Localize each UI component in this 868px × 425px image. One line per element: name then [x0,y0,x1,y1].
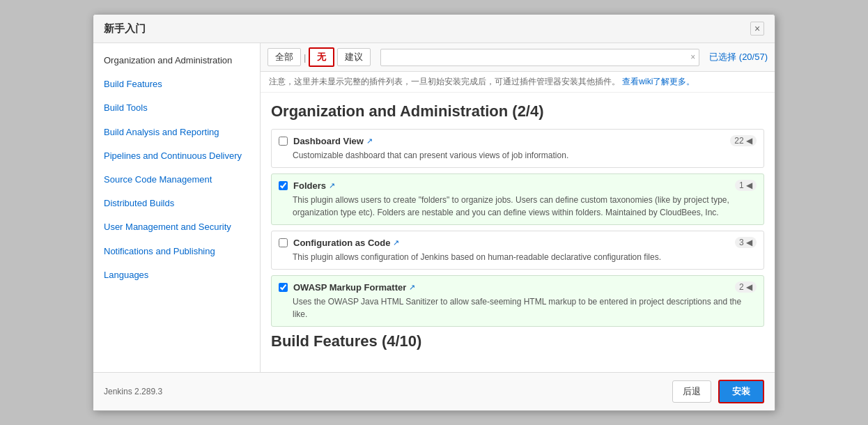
footer-version: Jenkins 2.289.3 [104,387,162,396]
plugin-checkbox-dashboard-view[interactable] [279,137,288,146]
sidebar-item-build-features[interactable]: Build Features [93,72,260,96]
footer-buttons: 后退 安装 [672,380,764,403]
plugin-name-row-owasp-formatter: OWASP Markup Formatter↗ [279,282,415,293]
plugin-item-dashboard-view: Dashboard View↗22 ◀Customizable dashboar… [271,129,764,168]
sidebar-item-build-analysis[interactable]: Build Analysis and Reporting [93,121,260,144]
dialog-footer: Jenkins 2.289.3 后退 安装 [93,372,775,410]
plugin-link-icon-owasp-formatter[interactable]: ↗ [409,283,415,292]
tab-separator: | [304,52,306,63]
plugin-header-folders: Folders↗1 ◀ [279,180,757,191]
plugin-name-row-folders: Folders↗ [279,180,335,191]
plugin-item-folders: Folders↗1 ◀This plugin allows users to c… [271,173,764,225]
plugin-count-dashboard-view: 22 ◀ [730,135,757,146]
plugin-name-row-config-as-code: Configuration as Code↗ [279,238,399,248]
plugin-desc-config-as-code: This plugin allows configuration of Jenk… [279,251,757,263]
content-area: Organization and Administration (2/4)Das… [261,93,775,372]
notice-bar: 注意，这里并未显示完整的插件列表，一旦初始安装完成后，可通过插件管理器安装其他插… [261,72,775,93]
plugin-checkbox-folders[interactable] [279,181,288,190]
plugin-name-label-owasp-formatter: OWASP Markup Formatter [293,282,406,293]
plugin-desc-dashboard-view: Customizable dashboard that can present … [279,149,757,162]
sidebar-item-user-mgmt[interactable]: User Management and Security [93,215,260,239]
plugin-header-config-as-code: Configuration as Code↗3 ◀ [279,237,757,248]
plugin-name-label-folders: Folders [293,180,326,191]
main-content: 全部 | 无 建议 × 已选择 (20/57) 注意，这里并未显示完整的插件列表… [261,43,775,372]
selected-count: 已选择 (20/57) [709,51,768,63]
tab-none[interactable]: 无 [309,47,334,67]
tabs-bar: 全部 | 无 建议 × 已选择 (20/57) [261,43,775,72]
plugin-header-owasp-formatter: OWASP Markup Formatter↗2 ◀ [279,281,757,293]
plugin-item-owasp-formatter: OWASP Markup Formatter↗2 ◀Uses the OWASP… [271,275,764,327]
sidebar-item-languages[interactable]: Languages [93,263,260,287]
plugin-count-owasp-formatter: 2 ◀ [735,281,757,293]
plugin-item-config-as-code: Configuration as Code↗3 ◀This plugin all… [271,231,764,270]
notice-link[interactable]: 查看wiki了解更多。 [622,77,695,86]
dialog-body: Organization and AdministrationBuild Fea… [93,43,775,372]
tab-all[interactable]: 全部 [268,48,301,66]
plugin-desc-owasp-formatter: Uses the OWASP Java HTML Sanitizer to al… [279,295,757,320]
plugin-count-folders: 1 ◀ [735,180,757,191]
install-button[interactable]: 安装 [718,380,764,403]
plugin-desc-folders: This plugin allows users to create "fold… [279,194,757,219]
plugin-link-icon-config-as-code[interactable]: ↗ [393,238,399,247]
notice-text: 注意，这里并未显示完整的插件列表，一旦初始安装完成后，可通过插件管理器安装其他插… [269,77,620,86]
plugin-link-icon-folders[interactable]: ↗ [329,181,335,190]
sidebar-item-pipelines[interactable]: Pipelines and Continuous Delivery [93,144,260,168]
sidebar-item-source-code[interactable]: Source Code Management [93,168,260,192]
sidebar-item-org-admin[interactable]: Organization and Administration [93,49,260,72]
main-dialog: 新手入门 × Organization and AdministrationBu… [93,14,775,411]
sidebar-item-build-tools[interactable]: Build Tools [93,96,260,120]
plugin-header-dashboard-view: Dashboard View↗22 ◀ [279,135,757,146]
plugin-name-label-dashboard-view: Dashboard View [293,136,364,146]
search-input[interactable] [380,49,699,66]
sidebar-item-distributed[interactable]: Distributed Builds [93,192,260,215]
dialog-title: 新手入门 [104,22,146,36]
back-button[interactable]: 后退 [672,380,711,403]
section-title-build-features: Build Features (4/10) [271,332,764,350]
plugin-name-label-config-as-code: Configuration as Code [293,238,390,248]
close-button[interactable]: × [750,22,764,36]
search-clear-icon[interactable]: × [690,52,695,62]
plugin-checkbox-owasp-formatter[interactable] [279,283,288,292]
plugin-checkbox-config-as-code[interactable] [279,238,288,247]
section-title-org-admin: Organization and Administration (2/4) [271,102,764,121]
search-box: × [380,49,699,66]
plugin-count-config-as-code: 3 ◀ [735,237,757,248]
plugin-link-icon-dashboard-view[interactable]: ↗ [366,137,373,146]
plugin-name-row-dashboard-view: Dashboard View↗ [279,136,373,146]
tab-suggest[interactable]: 建议 [337,48,371,66]
sidebar: Organization and AdministrationBuild Fea… [93,43,261,372]
sidebar-item-notifications[interactable]: Notifications and Publishing [93,240,260,263]
dialog-header: 新手入门 × [93,15,775,43]
